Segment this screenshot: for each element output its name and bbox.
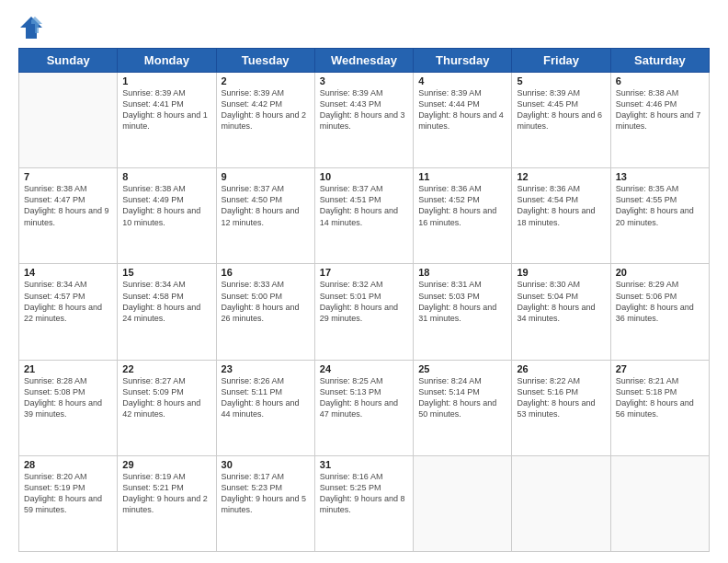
calendar-cell: 21Sunrise: 8:28 AMSunset: 5:08 PMDayligh… xyxy=(19,360,118,455)
day-number: 12 xyxy=(517,171,605,182)
weekday-header-friday: Friday xyxy=(512,49,610,73)
day-number: 21 xyxy=(24,363,112,374)
calendar-cell: 24Sunrise: 8:25 AMSunset: 5:13 PMDayligh… xyxy=(314,360,413,455)
day-number: 4 xyxy=(418,75,506,86)
day-number: 17 xyxy=(320,267,408,278)
day-number: 22 xyxy=(122,363,210,374)
calendar-cell: 7Sunrise: 8:38 AMSunset: 4:47 PMDaylight… xyxy=(19,168,118,264)
calendar-cell xyxy=(19,73,118,168)
calendar-cell: 8Sunrise: 8:38 AMSunset: 4:49 PMDaylight… xyxy=(118,168,216,264)
weekday-header-wednesday: Wednesday xyxy=(314,49,413,73)
day-number: 25 xyxy=(418,363,506,374)
day-info: Sunrise: 8:25 AMSunset: 5:13 PMDaylight:… xyxy=(320,375,408,420)
calendar-week-row: 7Sunrise: 8:38 AMSunset: 4:47 PMDaylight… xyxy=(19,168,710,264)
calendar-cell xyxy=(414,455,512,551)
calendar-cell: 2Sunrise: 8:39 AMSunset: 4:42 PMDaylight… xyxy=(216,73,314,168)
weekday-header-row: SundayMondayTuesdayWednesdayThursdayFrid… xyxy=(19,49,710,73)
day-number: 27 xyxy=(616,363,704,374)
day-number: 1 xyxy=(122,75,210,86)
svg-marker-0 xyxy=(20,17,42,39)
weekday-header-sunday: Sunday xyxy=(19,49,118,73)
calendar-week-row: 14Sunrise: 8:34 AMSunset: 4:57 PMDayligh… xyxy=(19,264,710,360)
calendar-cell: 15Sunrise: 8:34 AMSunset: 4:58 PMDayligh… xyxy=(118,264,216,360)
header xyxy=(18,15,710,40)
weekday-header-tuesday: Tuesday xyxy=(216,49,314,73)
calendar-cell: 3Sunrise: 8:39 AMSunset: 4:43 PMDaylight… xyxy=(314,73,413,168)
day-info: Sunrise: 8:17 AMSunset: 5:23 PMDaylight:… xyxy=(222,471,310,516)
day-number: 11 xyxy=(418,171,506,182)
day-info: Sunrise: 8:39 AMSunset: 4:42 PMDaylight:… xyxy=(222,87,310,132)
day-number: 29 xyxy=(122,459,210,470)
weekday-header-saturday: Saturday xyxy=(610,49,709,73)
day-info: Sunrise: 8:26 AMSunset: 5:11 PMDaylight:… xyxy=(222,375,310,420)
day-info: Sunrise: 8:30 AMSunset: 5:04 PMDaylight:… xyxy=(517,279,605,324)
day-number: 9 xyxy=(222,171,310,182)
day-number: 23 xyxy=(222,363,310,374)
day-number: 7 xyxy=(24,171,112,182)
calendar-cell xyxy=(610,455,709,551)
day-info: Sunrise: 8:35 AMSunset: 4:55 PMDaylight:… xyxy=(616,183,704,228)
day-number: 14 xyxy=(24,267,112,278)
calendar-cell: 9Sunrise: 8:37 AMSunset: 4:50 PMDaylight… xyxy=(216,168,314,264)
day-info: Sunrise: 8:38 AMSunset: 4:46 PMDaylight:… xyxy=(616,87,704,132)
calendar-cell: 20Sunrise: 8:29 AMSunset: 5:06 PMDayligh… xyxy=(610,264,709,360)
day-number: 26 xyxy=(517,363,605,374)
day-number: 3 xyxy=(320,75,408,86)
day-number: 16 xyxy=(222,267,310,278)
calendar-week-row: 21Sunrise: 8:28 AMSunset: 5:08 PMDayligh… xyxy=(19,360,710,455)
day-number: 8 xyxy=(122,171,210,182)
day-number: 18 xyxy=(418,267,506,278)
day-number: 31 xyxy=(320,459,408,470)
calendar-cell: 11Sunrise: 8:36 AMSunset: 4:52 PMDayligh… xyxy=(414,168,512,264)
calendar-cell: 12Sunrise: 8:36 AMSunset: 4:54 PMDayligh… xyxy=(512,168,610,264)
logo xyxy=(18,15,48,40)
calendar-cell: 13Sunrise: 8:35 AMSunset: 4:55 PMDayligh… xyxy=(610,168,709,264)
calendar-cell: 17Sunrise: 8:32 AMSunset: 5:01 PMDayligh… xyxy=(314,264,413,360)
calendar-cell: 4Sunrise: 8:39 AMSunset: 4:44 PMDaylight… xyxy=(414,73,512,168)
day-info: Sunrise: 8:38 AMSunset: 4:49 PMDaylight:… xyxy=(122,183,210,228)
calendar-cell: 29Sunrise: 8:19 AMSunset: 5:21 PMDayligh… xyxy=(118,455,216,551)
calendar-table: SundayMondayTuesdayWednesdayThursdayFrid… xyxy=(18,48,710,552)
calendar-cell: 10Sunrise: 8:37 AMSunset: 4:51 PMDayligh… xyxy=(314,168,413,264)
calendar-cell: 5Sunrise: 8:39 AMSunset: 4:45 PMDaylight… xyxy=(512,73,610,168)
day-info: Sunrise: 8:22 AMSunset: 5:16 PMDaylight:… xyxy=(517,375,605,420)
day-info: Sunrise: 8:27 AMSunset: 5:09 PMDaylight:… xyxy=(122,375,210,420)
day-number: 15 xyxy=(122,267,210,278)
day-info: Sunrise: 8:24 AMSunset: 5:14 PMDaylight:… xyxy=(418,375,506,420)
day-info: Sunrise: 8:20 AMSunset: 5:19 PMDaylight:… xyxy=(24,471,112,516)
calendar-cell: 31Sunrise: 8:16 AMSunset: 5:25 PMDayligh… xyxy=(314,455,413,551)
day-info: Sunrise: 8:34 AMSunset: 4:57 PMDaylight:… xyxy=(24,279,112,324)
calendar-cell: 28Sunrise: 8:20 AMSunset: 5:19 PMDayligh… xyxy=(19,455,118,551)
day-number: 13 xyxy=(616,171,704,182)
calendar-cell: 30Sunrise: 8:17 AMSunset: 5:23 PMDayligh… xyxy=(216,455,314,551)
calendar-cell: 22Sunrise: 8:27 AMSunset: 5:09 PMDayligh… xyxy=(118,360,216,455)
day-info: Sunrise: 8:32 AMSunset: 5:01 PMDaylight:… xyxy=(320,279,408,324)
day-info: Sunrise: 8:16 AMSunset: 5:25 PMDaylight:… xyxy=(320,471,408,516)
calendar-cell: 27Sunrise: 8:21 AMSunset: 5:18 PMDayligh… xyxy=(610,360,709,455)
calendar-cell xyxy=(512,455,610,551)
day-info: Sunrise: 8:19 AMSunset: 5:21 PMDaylight:… xyxy=(122,471,210,516)
logo-icon xyxy=(18,15,44,40)
day-info: Sunrise: 8:21 AMSunset: 5:18 PMDaylight:… xyxy=(616,375,704,420)
day-info: Sunrise: 8:39 AMSunset: 4:45 PMDaylight:… xyxy=(517,87,605,132)
calendar-cell: 1Sunrise: 8:39 AMSunset: 4:41 PMDaylight… xyxy=(118,73,216,168)
weekday-header-monday: Monday xyxy=(118,49,216,73)
day-info: Sunrise: 8:28 AMSunset: 5:08 PMDaylight:… xyxy=(24,375,112,420)
day-number: 2 xyxy=(222,75,310,86)
calendar-cell: 16Sunrise: 8:33 AMSunset: 5:00 PMDayligh… xyxy=(216,264,314,360)
day-info: Sunrise: 8:33 AMSunset: 5:00 PMDaylight:… xyxy=(222,279,310,324)
calendar-week-row: 1Sunrise: 8:39 AMSunset: 4:41 PMDaylight… xyxy=(19,73,710,168)
day-info: Sunrise: 8:29 AMSunset: 5:06 PMDaylight:… xyxy=(616,279,704,324)
calendar-cell: 23Sunrise: 8:26 AMSunset: 5:11 PMDayligh… xyxy=(216,360,314,455)
day-number: 6 xyxy=(616,75,704,86)
day-number: 28 xyxy=(24,459,112,470)
day-number: 20 xyxy=(616,267,704,278)
weekday-header-thursday: Thursday xyxy=(414,49,512,73)
day-info: Sunrise: 8:39 AMSunset: 4:41 PMDaylight:… xyxy=(122,87,210,132)
calendar-cell: 19Sunrise: 8:30 AMSunset: 5:04 PMDayligh… xyxy=(512,264,610,360)
calendar-cell: 6Sunrise: 8:38 AMSunset: 4:46 PMDaylight… xyxy=(610,73,709,168)
calendar-week-row: 28Sunrise: 8:20 AMSunset: 5:19 PMDayligh… xyxy=(19,455,710,551)
calendar-cell: 14Sunrise: 8:34 AMSunset: 4:57 PMDayligh… xyxy=(19,264,118,360)
day-number: 5 xyxy=(517,75,605,86)
day-info: Sunrise: 8:38 AMSunset: 4:47 PMDaylight:… xyxy=(24,183,112,228)
